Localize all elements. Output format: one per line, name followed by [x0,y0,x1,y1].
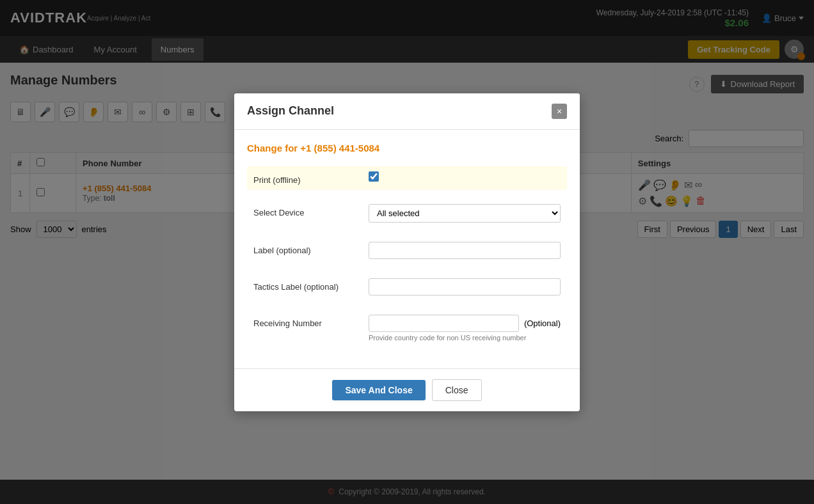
print-checkbox[interactable] [369,171,379,182]
form-row-device: Select Device All selected [247,199,567,228]
modal: Assign Channel × Change for +1 (855) 441… [234,93,580,249]
label-label: Label (optional) [253,242,369,249]
modal-title: Assign Channel [247,104,334,118]
label-input[interactable] [369,242,561,249]
print-label: Print (offline) [253,171,369,185]
modal-subtitle: Change for +1 (855) 441-5084 [247,143,567,154]
print-control [369,171,561,184]
form-row-label: Label (optional) [247,237,567,249]
device-select[interactable]: All selected [369,204,561,223]
modal-body: Change for +1 (855) 441-5084 Print (offl… [234,130,580,249]
modal-header: Assign Channel × [234,93,580,130]
device-label: Select Device [253,204,369,217]
device-control: All selected [369,204,561,223]
modal-overlay[interactable]: Assign Channel × Change for +1 (855) 441… [0,0,814,248]
label-control [369,242,561,249]
modal-close-button[interactable]: × [552,104,567,119]
form-row-print: Print (offline) [247,166,567,190]
